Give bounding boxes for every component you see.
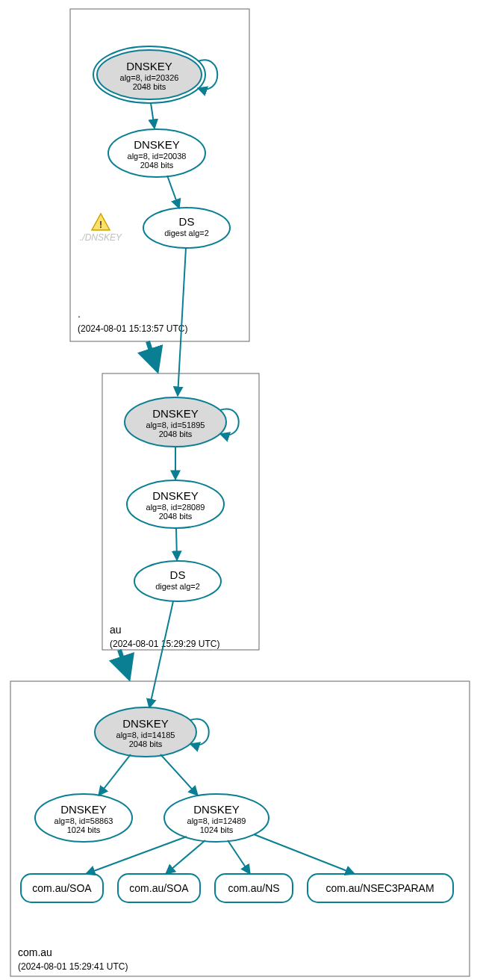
node-au-ksk-bits: 2048 bits: [159, 429, 193, 438]
node-root-ksk-alg: alg=8, id=20326: [120, 73, 179, 82]
node-root-ksk-title: DNSKEY: [126, 60, 172, 72]
node-au-zsk-title: DNSKEY: [152, 489, 199, 502]
node-com-ksk-title: DNSKEY: [122, 717, 169, 730]
rrset-soa-2: com.au/SOA: [118, 874, 200, 902]
edge-au-zsk-to-ds: [176, 528, 177, 560]
edge-zone-root-to-au: [148, 341, 157, 369]
node-root-ds-alg: digest alg=2: [164, 229, 209, 238]
zone-comau: com.au (2024-08-01 15:29:41 UTC) DNSKEY …: [10, 681, 470, 976]
edge-com-ksk-to-zsk1: [99, 754, 131, 796]
edge-root-ksk-to-zsk: [151, 103, 155, 128]
node-root-zsk-alg: alg=8, id=20038: [128, 152, 187, 161]
zone-root-time: (2024-08-01 15:13:57 UTC): [78, 323, 187, 334]
node-com-zsk2-bits: 1024 bits: [200, 825, 234, 834]
zone-root: . (2024-08-01 15:13:57 UTC) DNSKEY alg=8…: [70, 9, 249, 341]
edge-com-zsk2-to-nsec: [254, 834, 355, 874]
node-com-zsk1-bits: 1024 bits: [67, 825, 101, 834]
node-root-ds: DS digest alg=2: [143, 208, 230, 248]
node-root-ksk-bits: 2048 bits: [133, 82, 166, 91]
node-com-zsk1: DNSKEY alg=8, id=58863 1024 bits: [35, 794, 132, 842]
node-au-ds: DS digest alg=2: [134, 561, 221, 601]
edge-au-ds-to-com-ksk: [149, 601, 173, 708]
rrset-soa-1-label: com.au/SOA: [32, 882, 92, 894]
rrset-ns-label: com.au/NS: [228, 882, 279, 894]
node-au-ksk: DNSKEY alg=8, id=51895 2048 bits: [125, 397, 226, 447]
svg-text:!: !: [99, 220, 102, 230]
zone-comau-time: (2024-08-01 15:29:41 UTC): [18, 961, 128, 972]
rrset-ns: com.au/NS: [215, 874, 293, 902]
node-com-zsk2-title: DNSKEY: [193, 803, 240, 816]
edge-com-ksk-to-zsk2: [160, 754, 198, 796]
edge-root-zsk-to-ds: [167, 176, 179, 208]
node-au-ds-title: DS: [170, 568, 186, 581]
node-root-ds-title: DS: [179, 215, 195, 228]
zone-au: au (2024-08-01 15:29:29 UTC) DNSKEY alg=…: [102, 373, 259, 650]
node-root-warning-label: ./DNSKEY: [80, 232, 122, 243]
node-root-zsk-bits: 2048 bits: [140, 161, 174, 170]
zone-comau-name: com.au: [18, 946, 52, 958]
zone-root-name: .: [78, 308, 81, 320]
node-au-zsk-bits: 2048 bits: [159, 512, 193, 521]
dnssec-graph: . (2024-08-01 15:13:57 UTC) DNSKEY alg=8…: [0, 0, 480, 980]
rrset-soa-2-label: com.au/SOA: [129, 882, 189, 894]
node-root-zsk: DNSKEY alg=8, id=20038 2048 bits: [108, 129, 205, 177]
rrset-nsec3param: com.au/NSEC3PARAM: [308, 874, 453, 902]
node-root-ksk: DNSKEY alg=8, id=20326 2048 bits: [93, 46, 205, 103]
node-com-ksk-alg: alg=8, id=14185: [116, 731, 175, 739]
edge-com-zsk2-to-ns: [228, 840, 250, 874]
svg-point-4: [143, 208, 230, 248]
node-com-zsk1-title: DNSKEY: [60, 803, 107, 816]
node-com-ksk: DNSKEY alg=8, id=14185 2048 bits: [95, 707, 196, 757]
node-au-ksk-alg: alg=8, id=51895: [146, 421, 205, 429]
zone-au-name: au: [110, 624, 122, 636]
node-com-zsk2-alg: alg=8, id=12489: [187, 816, 246, 825]
edge-com-zsk2-to-soa2: [166, 840, 205, 874]
svg-point-9: [134, 561, 221, 601]
node-root-warning: ! ./DNSKEY: [80, 214, 122, 243]
node-au-ds-alg: digest alg=2: [155, 582, 200, 591]
edge-zone-au-to-comau: [119, 650, 128, 677]
node-root-zsk-title: DNSKEY: [134, 138, 180, 151]
node-com-ksk-bits: 2048 bits: [129, 739, 163, 748]
rrset-nsec3param-label: com.au/NSEC3PARAM: [325, 882, 434, 894]
node-com-zsk1-alg: alg=8, id=58863: [54, 816, 113, 825]
node-com-zsk2: DNSKEY alg=8, id=12489 1024 bits: [164, 794, 269, 842]
node-au-zsk-alg: alg=8, id=28089: [146, 503, 205, 512]
node-au-ksk-title: DNSKEY: [152, 407, 199, 420]
node-au-zsk: DNSKEY alg=8, id=28089 2048 bits: [127, 480, 224, 528]
rrset-soa-1: com.au/SOA: [21, 874, 103, 902]
